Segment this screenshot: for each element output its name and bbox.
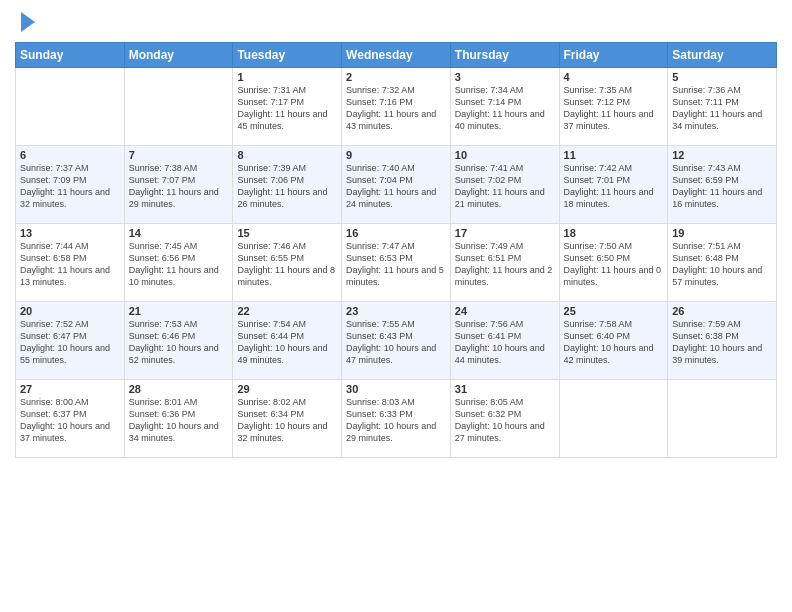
day-info: Sunrise: 7:58 AMSunset: 6:40 PMDaylight:… (564, 318, 664, 367)
day-number: 19 (672, 227, 772, 239)
logo-icon (17, 10, 37, 34)
svg-marker-0 (21, 12, 35, 32)
day-number: 30 (346, 383, 446, 395)
day-info: Sunrise: 7:37 AMSunset: 7:09 PMDaylight:… (20, 162, 120, 211)
calendar-cell: 23Sunrise: 7:55 AMSunset: 6:43 PMDayligh… (342, 302, 451, 380)
day-number: 18 (564, 227, 664, 239)
calendar-cell (559, 380, 668, 458)
day-info: Sunrise: 7:44 AMSunset: 6:58 PMDaylight:… (20, 240, 120, 289)
day-info: Sunrise: 7:39 AMSunset: 7:06 PMDaylight:… (237, 162, 337, 211)
day-number: 23 (346, 305, 446, 317)
calendar-cell: 30Sunrise: 8:03 AMSunset: 6:33 PMDayligh… (342, 380, 451, 458)
day-number: 10 (455, 149, 555, 161)
day-info: Sunrise: 7:55 AMSunset: 6:43 PMDaylight:… (346, 318, 446, 367)
week-row-5: 27Sunrise: 8:00 AMSunset: 6:37 PMDayligh… (16, 380, 777, 458)
calendar-cell (16, 68, 125, 146)
day-header-wednesday: Wednesday (342, 43, 451, 68)
calendar-cell: 10Sunrise: 7:41 AMSunset: 7:02 PMDayligh… (450, 146, 559, 224)
day-info: Sunrise: 8:01 AMSunset: 6:36 PMDaylight:… (129, 396, 229, 445)
calendar-cell: 17Sunrise: 7:49 AMSunset: 6:51 PMDayligh… (450, 224, 559, 302)
day-number: 24 (455, 305, 555, 317)
calendar-cell: 12Sunrise: 7:43 AMSunset: 6:59 PMDayligh… (668, 146, 777, 224)
day-info: Sunrise: 7:38 AMSunset: 7:07 PMDaylight:… (129, 162, 229, 211)
calendar-table: SundayMondayTuesdayWednesdayThursdayFrid… (15, 42, 777, 458)
day-info: Sunrise: 8:05 AMSunset: 6:32 PMDaylight:… (455, 396, 555, 445)
day-number: 7 (129, 149, 229, 161)
calendar-cell: 5Sunrise: 7:36 AMSunset: 7:11 PMDaylight… (668, 68, 777, 146)
day-number: 21 (129, 305, 229, 317)
day-number: 3 (455, 71, 555, 83)
calendar-cell: 31Sunrise: 8:05 AMSunset: 6:32 PMDayligh… (450, 380, 559, 458)
week-row-1: 1Sunrise: 7:31 AMSunset: 7:17 PMDaylight… (16, 68, 777, 146)
day-number: 20 (20, 305, 120, 317)
day-header-thursday: Thursday (450, 43, 559, 68)
day-info: Sunrise: 7:51 AMSunset: 6:48 PMDaylight:… (672, 240, 772, 289)
day-number: 22 (237, 305, 337, 317)
calendar-cell: 21Sunrise: 7:53 AMSunset: 6:46 PMDayligh… (124, 302, 233, 380)
day-header-tuesday: Tuesday (233, 43, 342, 68)
day-info: Sunrise: 8:00 AMSunset: 6:37 PMDaylight:… (20, 396, 120, 445)
day-info: Sunrise: 7:47 AMSunset: 6:53 PMDaylight:… (346, 240, 446, 289)
day-info: Sunrise: 7:45 AMSunset: 6:56 PMDaylight:… (129, 240, 229, 289)
calendar-cell: 25Sunrise: 7:58 AMSunset: 6:40 PMDayligh… (559, 302, 668, 380)
day-info: Sunrise: 7:50 AMSunset: 6:50 PMDaylight:… (564, 240, 664, 289)
calendar-cell: 29Sunrise: 8:02 AMSunset: 6:34 PMDayligh… (233, 380, 342, 458)
calendar-cell: 19Sunrise: 7:51 AMSunset: 6:48 PMDayligh… (668, 224, 777, 302)
day-number: 17 (455, 227, 555, 239)
calendar-cell: 3Sunrise: 7:34 AMSunset: 7:14 PMDaylight… (450, 68, 559, 146)
calendar-cell: 9Sunrise: 7:40 AMSunset: 7:04 PMDaylight… (342, 146, 451, 224)
calendar-cell: 15Sunrise: 7:46 AMSunset: 6:55 PMDayligh… (233, 224, 342, 302)
day-number: 2 (346, 71, 446, 83)
calendar-cell (668, 380, 777, 458)
calendar-cell: 24Sunrise: 7:56 AMSunset: 6:41 PMDayligh… (450, 302, 559, 380)
week-row-2: 6Sunrise: 7:37 AMSunset: 7:09 PMDaylight… (16, 146, 777, 224)
day-number: 12 (672, 149, 772, 161)
day-number: 29 (237, 383, 337, 395)
calendar-cell: 26Sunrise: 7:59 AMSunset: 6:38 PMDayligh… (668, 302, 777, 380)
calendar-cell: 8Sunrise: 7:39 AMSunset: 7:06 PMDaylight… (233, 146, 342, 224)
day-info: Sunrise: 7:42 AMSunset: 7:01 PMDaylight:… (564, 162, 664, 211)
calendar-cell: 1Sunrise: 7:31 AMSunset: 7:17 PMDaylight… (233, 68, 342, 146)
week-row-3: 13Sunrise: 7:44 AMSunset: 6:58 PMDayligh… (16, 224, 777, 302)
calendar-cell: 7Sunrise: 7:38 AMSunset: 7:07 PMDaylight… (124, 146, 233, 224)
day-info: Sunrise: 7:49 AMSunset: 6:51 PMDaylight:… (455, 240, 555, 289)
day-info: Sunrise: 8:03 AMSunset: 6:33 PMDaylight:… (346, 396, 446, 445)
day-number: 15 (237, 227, 337, 239)
calendar-cell: 20Sunrise: 7:52 AMSunset: 6:47 PMDayligh… (16, 302, 125, 380)
day-info: Sunrise: 7:34 AMSunset: 7:14 PMDaylight:… (455, 84, 555, 133)
day-info: Sunrise: 7:35 AMSunset: 7:12 PMDaylight:… (564, 84, 664, 133)
day-number: 14 (129, 227, 229, 239)
calendar-cell: 13Sunrise: 7:44 AMSunset: 6:58 PMDayligh… (16, 224, 125, 302)
day-info: Sunrise: 7:46 AMSunset: 6:55 PMDaylight:… (237, 240, 337, 289)
day-number: 1 (237, 71, 337, 83)
day-info: Sunrise: 7:54 AMSunset: 6:44 PMDaylight:… (237, 318, 337, 367)
day-number: 31 (455, 383, 555, 395)
day-header-sunday: Sunday (16, 43, 125, 68)
day-info: Sunrise: 7:36 AMSunset: 7:11 PMDaylight:… (672, 84, 772, 133)
page: SundayMondayTuesdayWednesdayThursdayFrid… (0, 0, 792, 612)
calendar-cell: 6Sunrise: 7:37 AMSunset: 7:09 PMDaylight… (16, 146, 125, 224)
day-info: Sunrise: 7:52 AMSunset: 6:47 PMDaylight:… (20, 318, 120, 367)
day-number: 6 (20, 149, 120, 161)
day-info: Sunrise: 7:32 AMSunset: 7:16 PMDaylight:… (346, 84, 446, 133)
day-info: Sunrise: 7:31 AMSunset: 7:17 PMDaylight:… (237, 84, 337, 133)
day-number: 26 (672, 305, 772, 317)
day-header-friday: Friday (559, 43, 668, 68)
day-header-monday: Monday (124, 43, 233, 68)
day-number: 8 (237, 149, 337, 161)
day-number: 28 (129, 383, 229, 395)
day-number: 13 (20, 227, 120, 239)
calendar-cell: 4Sunrise: 7:35 AMSunset: 7:12 PMDaylight… (559, 68, 668, 146)
day-number: 25 (564, 305, 664, 317)
calendar-cell: 16Sunrise: 7:47 AMSunset: 6:53 PMDayligh… (342, 224, 451, 302)
day-number: 9 (346, 149, 446, 161)
day-number: 16 (346, 227, 446, 239)
calendar-cell: 14Sunrise: 7:45 AMSunset: 6:56 PMDayligh… (124, 224, 233, 302)
calendar-cell: 18Sunrise: 7:50 AMSunset: 6:50 PMDayligh… (559, 224, 668, 302)
day-header-saturday: Saturday (668, 43, 777, 68)
calendar-cell: 27Sunrise: 8:00 AMSunset: 6:37 PMDayligh… (16, 380, 125, 458)
day-info: Sunrise: 7:56 AMSunset: 6:41 PMDaylight:… (455, 318, 555, 367)
day-info: Sunrise: 7:53 AMSunset: 6:46 PMDaylight:… (129, 318, 229, 367)
day-info: Sunrise: 7:41 AMSunset: 7:02 PMDaylight:… (455, 162, 555, 211)
day-number: 11 (564, 149, 664, 161)
